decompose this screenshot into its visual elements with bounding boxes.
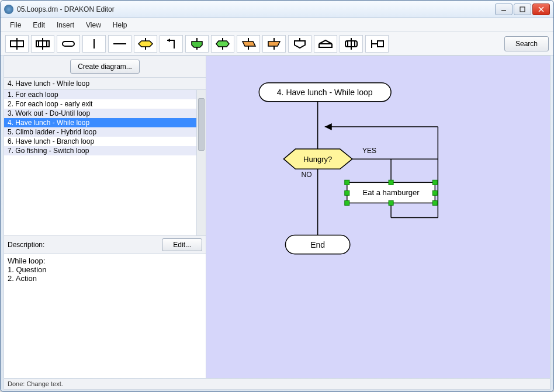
menu-file[interactable]: File (4, 19, 27, 31)
svg-marker-26 (268, 41, 280, 46)
diagram-title: 4. Have lunch - While loop (277, 88, 373, 97)
window-buttons (494, 4, 550, 15)
sidebar: Create diagram... 4. Have lunch - While … (4, 56, 206, 378)
svg-marker-17 (192, 41, 202, 47)
close-button[interactable] (532, 4, 550, 15)
tool-shelf[interactable] (185, 35, 209, 53)
list-item[interactable]: 4. Have lunch - While loop (4, 118, 196, 127)
tool-horizontal-line[interactable] (108, 35, 131, 53)
tool-terminator[interactable] (57, 35, 80, 53)
question-text: Hungry? (303, 155, 332, 164)
svg-rect-38 (378, 41, 383, 47)
close-icon (538, 6, 544, 12)
create-diagram-button[interactable]: Create diagram... (70, 60, 140, 74)
sidebar-top: Create diagram... (4, 56, 206, 78)
no-label: NO (302, 171, 312, 179)
tool-timer[interactable] (365, 35, 389, 53)
tool-output[interactable] (314, 35, 337, 53)
main-body: Create diagram... 4. Have lunch - While … (4, 55, 550, 379)
tool-input[interactable] (288, 35, 311, 53)
tool-pause[interactable] (340, 35, 363, 53)
description-header: Description: Edit... (4, 236, 206, 254)
list-item[interactable]: 7. Go fishing - Switch loop (4, 146, 196, 155)
current-diagram-title: 4. Have lunch - While loop (4, 78, 206, 90)
app-icon (4, 5, 13, 14)
diagram-canvas[interactable]: 4. Have lunch - While loop Hungry? YES N… (206, 56, 550, 378)
description-text: While loop: 1. Question 2. Action (4, 254, 206, 378)
svg-rect-48 (345, 180, 349, 185)
status-text: Done: Change text. (8, 380, 63, 387)
diagram-list-wrap: 1. For each loop2. For each loop - early… (4, 90, 206, 236)
list-item[interactable]: 6. Have lunch - Branch loop (4, 137, 196, 146)
svg-marker-23 (243, 41, 255, 46)
search-button[interactable]: Search (504, 36, 549, 51)
svg-marker-16 (167, 39, 170, 42)
svg-rect-50 (432, 180, 437, 185)
tool-action-box[interactable] (5, 35, 29, 53)
list-item[interactable]: 3. Work out - Do-Until loop (4, 109, 196, 118)
tool-vertical-line[interactable] (82, 35, 106, 53)
list-scrollbar[interactable] (196, 90, 206, 235)
svg-marker-46 (325, 123, 332, 130)
menu-help[interactable]: Help (107, 19, 133, 31)
maximize-icon (520, 6, 525, 12)
menu-view[interactable]: View (80, 19, 107, 31)
list-item[interactable]: 5. Climb ladder - Hybrid loop (4, 127, 196, 137)
svg-marker-20 (216, 41, 229, 47)
window-title: 05.Loops.drn - DRAKON Editor (17, 5, 494, 13)
tool-question[interactable] (134, 35, 157, 53)
svg-rect-51 (345, 190, 349, 195)
svg-rect-55 (432, 200, 437, 205)
svg-rect-49 (389, 180, 393, 185)
menu-edit[interactable]: Edit (27, 19, 51, 31)
svg-rect-54 (389, 200, 393, 205)
tool-case[interactable] (211, 35, 234, 53)
diagram-list[interactable]: 1. For each loop2. For each loop - early… (4, 90, 196, 235)
menubar: File Edit Insert View Help (1, 18, 553, 32)
statusbar: Done: Change text. (4, 379, 550, 390)
action-text: Eat a hamburger (363, 188, 420, 197)
minimize-button[interactable] (495, 4, 513, 15)
list-item[interactable]: 2. For each loop - early exit (4, 99, 196, 109)
titlebar: 05.Loops.drn - DRAKON Editor (1, 1, 553, 18)
yes-label: YES (362, 147, 376, 155)
tool-loop-arrow[interactable] (160, 35, 183, 53)
menu-insert[interactable]: Insert (51, 19, 80, 31)
app-window: 05.Loops.drn - DRAKON Editor File Edit I… (0, 0, 554, 392)
tool-select2[interactable] (262, 35, 286, 53)
end-text: End (310, 240, 325, 249)
list-item[interactable]: 1. For each loop (4, 90, 196, 99)
tool-insertion-box[interactable] (31, 35, 54, 53)
description-label: Description: (8, 241, 162, 249)
svg-marker-29 (295, 41, 305, 48)
svg-rect-52 (432, 190, 437, 195)
svg-rect-1 (520, 7, 525, 12)
maximize-button[interactable] (514, 4, 531, 15)
toolbar: Search (1, 32, 553, 55)
svg-marker-13 (138, 41, 153, 47)
edit-description-button[interactable]: Edit... (162, 238, 202, 251)
svg-marker-31 (319, 40, 332, 44)
svg-rect-10 (63, 41, 74, 46)
minimize-icon (501, 6, 507, 12)
scrollbar-thumb[interactable] (198, 98, 205, 151)
svg-rect-53 (345, 200, 349, 205)
tool-select[interactable] (237, 35, 260, 53)
